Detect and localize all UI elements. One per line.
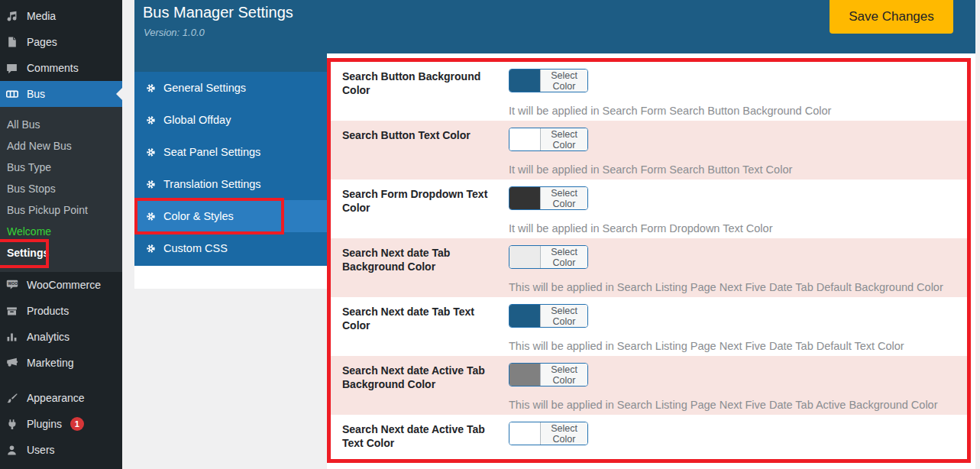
sidebar-item-media[interactable]: Media [0, 3, 122, 29]
tab-label: Color & Styles [163, 210, 234, 222]
select-color-button[interactable]: Select Color [509, 128, 588, 151]
sidebar-item-comments[interactable]: Comments [0, 55, 122, 81]
bus-icon [4, 86, 20, 102]
select-color-button[interactable]: Select Color [509, 186, 588, 210]
select-color-label: Select Color [540, 70, 587, 92]
sidebar-item-label: Media [27, 10, 56, 22]
sidebar-item-label: WooCommerce [27, 279, 101, 291]
pages-icon [4, 34, 20, 50]
submenu-item-label: Bus Pickup Point [7, 204, 88, 216]
tab-label: General Settings [163, 82, 246, 94]
submenu-item-label: Bus Type [7, 161, 51, 173]
marketing-icon [4, 355, 20, 371]
setting-label: Search Form Dropdown Text Color [342, 186, 501, 238]
wordpress-admin-screen: Bus Manager Settings Version: 1.0.0 Save… [0, 0, 980, 469]
sidebar-item-users[interactable]: Users [0, 437, 122, 463]
sidebar-item-label: Appearance [27, 392, 85, 404]
tab-translation-settings[interactable]: Translation Settings [134, 168, 327, 200]
save-changes-button[interactable]: Save Changes [830, 0, 953, 34]
update-count-badge: 1 [70, 417, 84, 431]
setting-description: It will be applied in Search Form Dropdo… [509, 222, 772, 234]
woocommerce-icon: WOO [4, 277, 20, 293]
sidebar-item-woocommerce[interactable]: WOO WooCommerce [0, 272, 122, 298]
setting-label: Search Next date Tab Text Color [342, 304, 501, 356]
select-color-label: Select Color [540, 187, 587, 209]
submenu-item-welcome[interactable]: Welcome [0, 221, 122, 242]
gear-icon [145, 179, 157, 190]
setting-description: It will be applied in Search Form Search… [509, 163, 792, 176]
submenu-item-all-bus[interactable]: All Bus [0, 114, 122, 135]
submenu-item-bus-stops[interactable]: Bus Stops [0, 178, 122, 199]
setting-label: Search Button Background Color [342, 69, 501, 121]
tab-label: Translation Settings [163, 178, 261, 190]
sidebar-item-label: Pages [27, 36, 57, 48]
color-styles-settings-panel: Search Button Background Color Select Co… [327, 58, 971, 463]
sidebar-item-plugins[interactable]: Plugins 1 [0, 411, 122, 437]
plugins-icon [4, 416, 20, 432]
gear-icon [145, 211, 157, 222]
setting-row-search-next-date-active-tab-background-color: Search Next date Active Tab Background C… [331, 356, 967, 415]
select-color-button[interactable]: Select Color [509, 422, 588, 445]
setting-description: This will be applied in Search Listing P… [509, 340, 904, 352]
settings-tab-panel: General Settings Global Offday Seat Pa [134, 72, 327, 266]
sidebar-item-label: Plugins [27, 418, 62, 430]
sidebar-item-bus[interactable]: Bus [0, 81, 122, 107]
analytics-icon [4, 329, 20, 345]
plugin-version: Version: 1.0.0 [144, 27, 205, 38]
setting-row-search-next-date-active-tab-text-color: Search Next date Active Tab Text Color S… [331, 415, 967, 463]
setting-description: This will be applied in Search Listing P… [509, 399, 938, 411]
gear-icon [145, 82, 157, 94]
gear-icon [145, 115, 157, 126]
sidebar-item-marketing[interactable]: Marketing [0, 350, 122, 376]
setting-row-search-form-dropdown-text-color: Search Form Dropdown Text Color Select C… [331, 180, 967, 238]
submenu-item-bus-pickup-point[interactable]: Bus Pickup Point [0, 199, 122, 221]
select-color-label: Select Color [540, 422, 587, 445]
svg-text:WOO: WOO [8, 281, 18, 286]
select-color-label: Select Color [540, 305, 587, 327]
setting-row-search-next-date-tab-text-color: Search Next date Tab Text Color Select C… [331, 297, 967, 356]
select-color-button[interactable]: Select Color [509, 363, 588, 387]
color-swatch[interactable] [509, 305, 540, 327]
tab-seat-panel-settings[interactable]: Seat Panel Settings [134, 136, 327, 168]
select-color-label: Select Color [540, 246, 587, 268]
setting-row-search-button-background-color: Search Button Background Color Select Co… [331, 62, 967, 121]
color-swatch[interactable] [509, 246, 540, 268]
submenu-item-label: All Bus [7, 118, 40, 131]
color-swatch[interactable] [509, 187, 540, 209]
color-swatch[interactable] [509, 128, 540, 150]
sidebar-item-label: Products [27, 305, 69, 317]
sidebar-item-appearance[interactable]: Appearance [0, 385, 122, 411]
color-swatch[interactable] [509, 422, 540, 445]
sidebar-item-products[interactable]: Products [0, 298, 122, 324]
tab-global-offday[interactable]: Global Offday [134, 104, 327, 136]
submenu-item-label: Welcome [7, 225, 51, 238]
submenu-item-bus-type[interactable]: Bus Type [0, 157, 122, 178]
setting-label: Search Button Text Color [342, 128, 501, 180]
media-icon [4, 8, 20, 24]
sidebar-item-label: Users [27, 444, 55, 456]
setting-description: It will be applied in Search Form Search… [509, 105, 831, 117]
sidebar-item-pages[interactable]: Pages [0, 29, 122, 55]
submenu-item-add-new-bus[interactable]: Add New Bus [0, 135, 122, 157]
select-color-label: Select Color [540, 128, 587, 150]
setting-label: Search Next date Active Tab Background C… [342, 363, 501, 415]
tab-general-settings[interactable]: General Settings [134, 72, 327, 104]
tab-custom-css[interactable]: Custom CSS [134, 232, 327, 264]
select-color-button[interactable]: Select Color [509, 69, 588, 92]
sidebar-item-analytics[interactable]: Analytics [0, 324, 122, 350]
tab-label: Custom CSS [163, 242, 228, 254]
color-swatch[interactable] [509, 70, 540, 92]
select-color-button[interactable]: Select Color [509, 245, 588, 269]
color-swatch[interactable] [509, 364, 540, 386]
setting-description: This will be applied in Search Listing P… [509, 281, 943, 293]
submenu-item-settings[interactable]: Settings [0, 242, 122, 264]
tab-color-styles[interactable]: Color & Styles [134, 200, 327, 232]
sidebar-item-label: Bus [27, 88, 45, 100]
setting-description: This will be applied in Search Listing P… [509, 458, 898, 463]
tab-panel-footer [134, 266, 327, 289]
comments-icon [4, 60, 20, 76]
select-color-label: Select Color [540, 364, 587, 386]
products-icon [4, 303, 20, 319]
select-color-button[interactable]: Select Color [509, 304, 588, 328]
tab-label: Global Offday [163, 114, 231, 126]
